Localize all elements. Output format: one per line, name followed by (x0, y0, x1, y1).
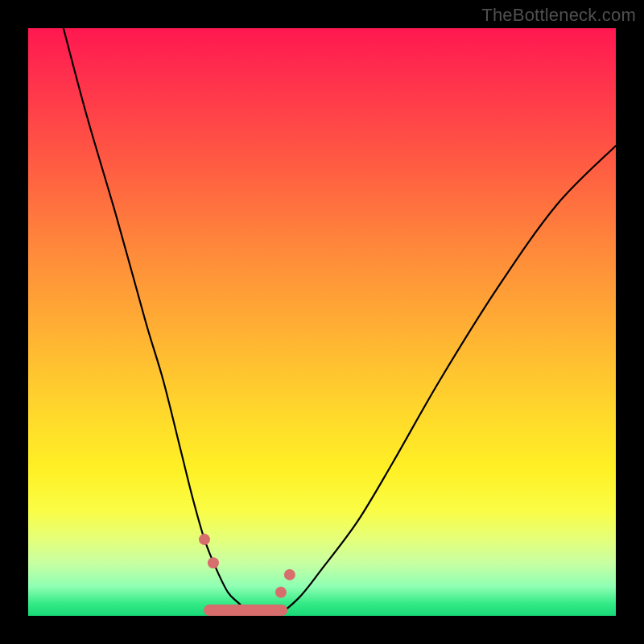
highlight-dot (275, 587, 287, 598)
highlight-dot (199, 534, 210, 545)
watermark-text: TheBottleneck.com (481, 5, 636, 26)
bottleneck-curve (64, 28, 616, 617)
plot-area (28, 28, 616, 616)
highlight-dot (208, 557, 219, 568)
highlight-dot (284, 569, 295, 580)
chart-svg (28, 28, 616, 616)
chart-frame: TheBottleneck.com (0, 0, 644, 644)
highlight-marker-group (199, 534, 295, 610)
